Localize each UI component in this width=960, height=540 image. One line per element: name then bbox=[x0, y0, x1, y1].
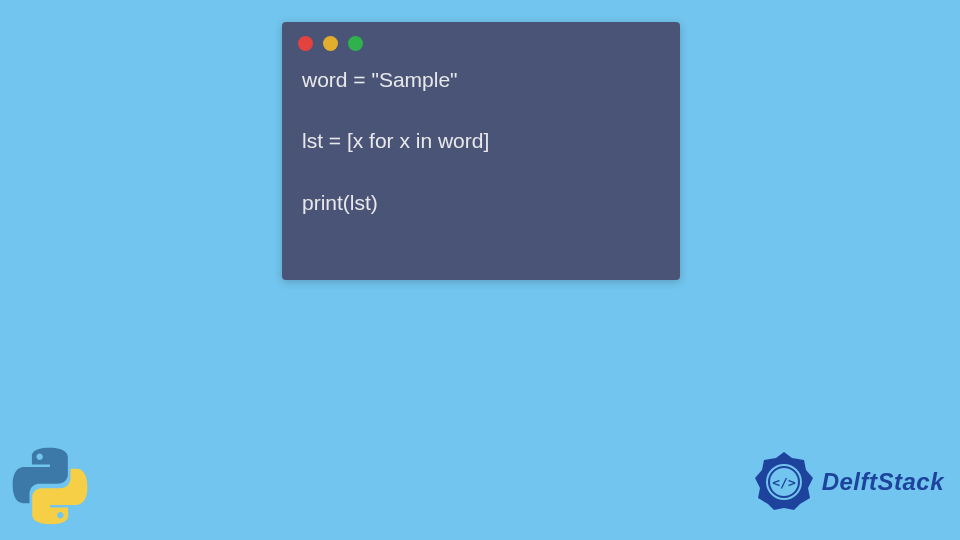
code-blank-line bbox=[302, 94, 660, 126]
close-dot-icon bbox=[298, 36, 313, 51]
minimize-dot-icon bbox=[323, 36, 338, 51]
svg-text:</>: </> bbox=[772, 475, 796, 490]
brand-name: DelftStack bbox=[822, 468, 944, 496]
python-logo-icon bbox=[10, 446, 90, 526]
code-block: word = "Sample" lst = [x for x in word] … bbox=[282, 59, 680, 233]
delftstack-branding: </> DelftStack bbox=[752, 450, 944, 514]
code-line-2: lst = [x for x in word] bbox=[302, 126, 660, 155]
window-controls bbox=[282, 22, 680, 59]
delftstack-badge-icon: </> bbox=[752, 450, 816, 514]
code-blank-line bbox=[302, 156, 660, 188]
code-line-1: word = "Sample" bbox=[302, 65, 660, 94]
code-line-3: print(lst) bbox=[302, 188, 660, 217]
maximize-dot-icon bbox=[348, 36, 363, 51]
code-window: word = "Sample" lst = [x for x in word] … bbox=[282, 22, 680, 280]
